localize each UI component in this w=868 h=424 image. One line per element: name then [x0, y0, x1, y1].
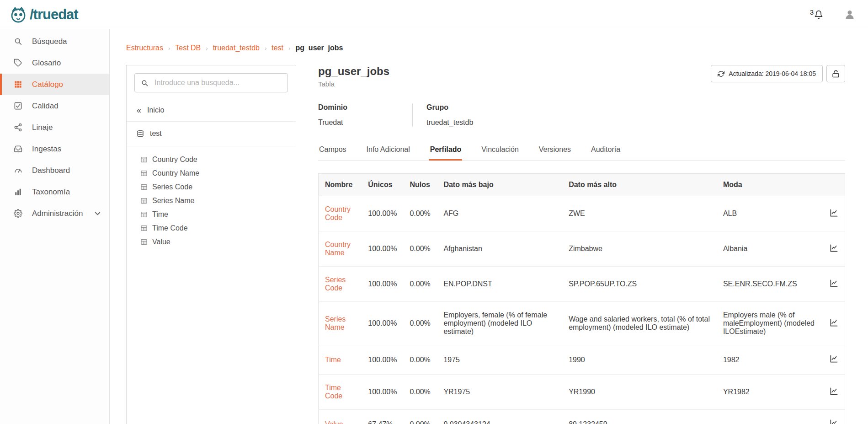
breadcrumb-separator-icon: [288, 45, 290, 52]
sidebar-item-label: Catálogo: [32, 80, 63, 89]
tree-column-item[interactable]: Country Name: [140, 166, 296, 180]
sidebar-item-label: Administración: [32, 209, 83, 218]
sidebar-item-taxonomia[interactable]: Taxonomía: [0, 181, 109, 203]
profile-table-row: Country Name 100.00% 0.00% Afghanistan Z…: [319, 231, 845, 267]
highest-value: 1990: [562, 345, 717, 375]
notifications-button[interactable]: 3: [810, 10, 823, 19]
user-icon[interactable]: [844, 9, 855, 20]
tree-column-label: Time: [152, 210, 168, 219]
column-header-actions: [823, 174, 845, 196]
tree-parent-label: test: [150, 129, 162, 138]
lowest-value: Employers, female (% of female employmen…: [437, 302, 562, 345]
sidebar-item-busqueda[interactable]: Búsqueda: [0, 31, 109, 52]
bell-icon: [814, 10, 823, 19]
truedat-app: { "header": { "logo_text": "/truedat", "…: [0, 0, 868, 424]
table-icon: [140, 170, 148, 177]
sidebar: Búsqueda Glosario Catálogo Calidad Linaj…: [0, 29, 110, 424]
chart-line-icon[interactable]: [830, 244, 838, 252]
sidebar-item-label: Linaje: [32, 123, 53, 132]
tab-info-adicional[interactable]: Info Adicional: [366, 141, 411, 160]
grid-icon: [14, 80, 22, 89]
table-icon: [140, 197, 148, 204]
sidebar-item-catalogo[interactable]: Catálogo: [0, 74, 109, 95]
breadcrumb-link-estructuras[interactable]: Estructuras: [126, 44, 163, 52]
refresh-icon: [718, 70, 724, 77]
field-name-link[interactable]: Series Code: [325, 276, 346, 292]
sidebar-item-ingestas[interactable]: Ingestas: [0, 138, 109, 160]
breadcrumb-link-system[interactable]: Test DB: [175, 44, 201, 52]
tree-column-item[interactable]: Value: [140, 235, 296, 249]
tree-search-input[interactable]: [154, 78, 282, 87]
field-name-link[interactable]: Country Name: [325, 241, 351, 257]
highest-value: SP.POP.65UP.TO.ZS: [562, 267, 717, 302]
column-header-unicos: Únicos: [362, 174, 403, 196]
tab-vinculacion[interactable]: Vinculación: [480, 141, 520, 160]
group-block: Grupo truedat_testdb: [413, 103, 473, 127]
tree-back-button[interactable]: Inicio: [127, 100, 296, 122]
domain-block: Dominio Truedat: [318, 103, 412, 127]
highest-value: Zimbabwe: [562, 231, 717, 267]
group-value: truedat_testdb: [426, 118, 473, 127]
sidebar-item-administracion[interactable]: Administración: [0, 203, 109, 224]
chart-line-icon[interactable]: [830, 387, 838, 396]
unique-value: 100.00%: [362, 302, 403, 345]
tree-column-item[interactable]: Time Code: [140, 221, 296, 235]
lowest-value: YR1975: [437, 375, 562, 410]
nulls-value: 0.00%: [403, 196, 437, 231]
column-header-nombre: Nombre: [319, 174, 362, 196]
tree-back-label: Inicio: [147, 106, 164, 114]
tree-column-item[interactable]: Time: [140, 208, 296, 221]
breadcrumb-separator-icon: [168, 45, 170, 52]
field-name-link[interactable]: Country Code: [325, 205, 351, 221]
unique-value: 100.00%: [362, 345, 403, 375]
chart-line-icon[interactable]: [830, 279, 838, 288]
nulls-value: 0.00%: [403, 345, 437, 375]
chart-line-icon[interactable]: [830, 318, 838, 327]
field-name-link[interactable]: Series Name: [325, 315, 346, 331]
tab-versiones[interactable]: Versiones: [538, 141, 572, 160]
detail-panel: pg_user_jobs Tabla Actualizada: 2019-06-…: [318, 65, 845, 424]
unique-value: 67.47%: [362, 410, 403, 424]
sidebar-item-calidad[interactable]: Calidad: [0, 95, 109, 117]
app-logo[interactable]: /truedat: [9, 5, 78, 24]
tab-auditoria[interactable]: Auditoría: [590, 141, 621, 160]
highest-value: Wage and salaried workers, total (% of t…: [562, 302, 717, 345]
detail-tabs: Campos Info Adicional Perfilado Vinculac…: [318, 141, 845, 161]
breadcrumb: Estructuras Test DB truedat_testdb test …: [110, 29, 868, 63]
breadcrumb-current: pg_user_jobs: [295, 44, 343, 52]
breadcrumb-separator-icon: [206, 45, 208, 52]
field-name-link[interactable]: Value: [325, 420, 343, 424]
notification-count: 3: [810, 8, 814, 16]
nulls-value: 0.00%: [403, 231, 437, 267]
field-name-link[interactable]: Time Code: [325, 384, 342, 400]
sidebar-item-label: Ingestas: [32, 145, 61, 154]
chart-line-icon[interactable]: [830, 354, 838, 363]
field-name-link[interactable]: Time: [325, 356, 341, 364]
tree-column-label: Time Code: [152, 224, 188, 232]
group-label: Grupo: [426, 103, 473, 112]
tree-parent-item[interactable]: test: [127, 122, 296, 146]
sidebar-item-dashboard[interactable]: Dashboard: [0, 160, 109, 181]
detail-actions: Actualizada: 2019-06-04 18:05: [711, 65, 845, 82]
tab-perfilado[interactable]: Perfilado: [429, 141, 462, 161]
sidebar-item-linaje[interactable]: Linaje: [0, 117, 109, 138]
mode-value: YR1982: [717, 375, 823, 410]
tree-column-list: Country Code Country Name Series Code Se…: [127, 153, 296, 255]
breadcrumb-link-database[interactable]: truedat_testdb: [213, 44, 260, 52]
mode-value: Albania: [717, 231, 823, 267]
tree-column-item[interactable]: Series Name: [140, 194, 296, 208]
nulls-value: 0.00%: [403, 410, 437, 424]
sidebar-item-glosario[interactable]: Glosario: [0, 52, 109, 74]
nulls-value: 0.00%: [403, 375, 437, 410]
tree-column-item[interactable]: Country Code: [140, 153, 296, 166]
lock-button[interactable]: [826, 65, 845, 82]
tab-campos[interactable]: Campos: [318, 141, 347, 160]
updated-button[interactable]: Actualizada: 2019-06-04 18:05: [711, 65, 823, 82]
tree-column-item[interactable]: Series Code: [140, 180, 296, 194]
breadcrumb-link-schema[interactable]: test: [272, 44, 283, 52]
chart-line-icon[interactable]: [830, 209, 838, 217]
column-header-moda: Moda: [717, 174, 823, 196]
domain-value: Truedat: [318, 118, 412, 127]
mode-value: ALB: [717, 196, 823, 231]
chart-line-icon[interactable]: [830, 419, 838, 424]
